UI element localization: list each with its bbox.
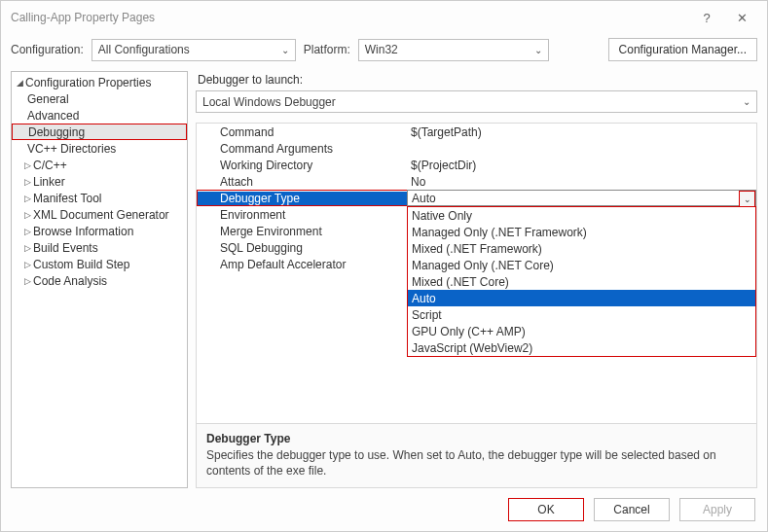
tree-item-label: Linker	[33, 175, 65, 189]
tree-item[interactable]: ▷Browse Information	[12, 223, 187, 239]
platform-value: Win32	[365, 43, 398, 56]
configuration-combo[interactable]: All Configurations ⌄	[91, 39, 296, 61]
description-title: Debugger Type	[206, 432, 747, 445]
debugger-to-launch-combo[interactable]: Local Windows Debugger ⌄	[196, 90, 757, 113]
titlebar: Calling-App Property Pages ? ✕	[1, 1, 767, 34]
tree-item[interactable]: ▷XML Document Generator	[12, 206, 187, 223]
tri-right-icon: ▷	[21, 276, 33, 286]
tree-item[interactable]: ▷Linker	[12, 173, 187, 190]
tree-item-label: Debugging	[28, 125, 85, 139]
property-value-combo[interactable]: Auto⌄	[407, 190, 756, 206]
property-value: No	[407, 175, 756, 189]
dropdown-item[interactable]: Native Only	[408, 207, 755, 224]
tree-item[interactable]: ▷Custom Build Step	[12, 256, 187, 272]
tri-down-icon: ◢	[14, 78, 25, 88]
dropdown-item[interactable]: Mixed (.NET Framework)	[408, 240, 755, 257]
property-name: Attach	[197, 175, 407, 189]
configuration-manager-button[interactable]: Configuration Manager...	[608, 38, 757, 61]
tree-item[interactable]: VC++ Directories	[12, 140, 187, 157]
tree-item[interactable]: Debugging	[12, 124, 187, 140]
tri-right-icon: ▷	[21, 243, 33, 253]
tree-item[interactable]: ▷Build Events	[12, 239, 187, 256]
apply-button[interactable]: Apply	[679, 498, 755, 521]
tri-right-icon: ▷	[21, 177, 33, 187]
tri-right-icon: ▷	[21, 160, 33, 170]
tree-item-label: General	[27, 92, 69, 106]
tree-item-label: C/C++	[33, 159, 67, 172]
property-pages-window: Calling-App Property Pages ? ✕ Configura…	[0, 0, 768, 532]
platform-label: Platform:	[304, 43, 350, 56]
tree-item-label: Build Events	[33, 241, 98, 255]
property-name: Merge Environment	[197, 225, 407, 238]
debugger-to-launch-label: Debugger to launch:	[198, 73, 757, 87]
property-name: Command Arguments	[197, 142, 407, 156]
tri-right-icon: ▷	[21, 260, 33, 269]
tree-item[interactable]: Advanced	[12, 107, 187, 124]
dropdown-item[interactable]: Managed Only (.NET Framework)	[408, 224, 755, 240]
dropdown-item[interactable]: GPU Only (C++ AMP)	[408, 323, 755, 339]
property-name: Working Directory	[197, 159, 407, 172]
tree-item-label: Browse Information	[33, 225, 133, 238]
property-name: Debugger Type	[197, 192, 407, 205]
tree-item-label: Advanced	[27, 109, 79, 123]
configuration-label: Configuration:	[11, 43, 84, 56]
help-icon[interactable]: ?	[689, 1, 724, 34]
tree-item[interactable]: General	[12, 90, 187, 107]
property-name: Environment	[197, 208, 407, 222]
ok-button[interactable]: OK	[508, 498, 584, 521]
tree-item[interactable]: ▷C/C++	[12, 157, 187, 173]
property-row[interactable]: Command$(TargetPath)	[197, 124, 756, 140]
properties-tree[interactable]: ◢ Configuration Properties GeneralAdvanc…	[11, 71, 188, 488]
tree-item-label: Manifest Tool	[33, 192, 101, 205]
configuration-value: All Configurations	[98, 43, 190, 56]
description-panel: Debugger Type Specifies the debugger typ…	[197, 423, 756, 487]
config-toolbar: Configuration: All Configurations ⌄ Plat…	[1, 34, 767, 69]
tree-item-label: VC++ Directories	[27, 142, 116, 156]
tree-item[interactable]: ▷Manifest Tool	[12, 190, 187, 206]
tree-item-label: Custom Build Step	[33, 258, 129, 271]
tri-right-icon: ▷	[21, 227, 33, 236]
dropdown-item[interactable]: JavaScript (WebView2)	[408, 339, 755, 356]
chevron-down-icon: ⌄	[743, 96, 750, 107]
property-row[interactable]: Command Arguments	[197, 140, 756, 157]
tri-right-icon: ▷	[21, 210, 33, 220]
property-name: Amp Default Accelerator	[197, 258, 407, 271]
dialog-footer: OK Cancel Apply	[1, 488, 767, 531]
description-text: Specifies the debugger type to use. When…	[206, 447, 747, 479]
property-value: $(TargetPath)	[407, 125, 756, 139]
property-row[interactable]: Debugger TypeAuto⌄	[197, 190, 756, 206]
dropdown-button[interactable]: ⌄	[739, 191, 755, 207]
tri-right-icon: ▷	[21, 194, 33, 203]
tree-root[interactable]: ◢ Configuration Properties	[12, 74, 187, 90]
property-name: Command	[197, 125, 407, 139]
chevron-down-icon: ⌄	[281, 45, 289, 55]
property-name: SQL Debugging	[197, 241, 407, 255]
window-title: Calling-App Property Pages	[11, 11, 155, 24]
debugger-type-dropdown[interactable]: Native OnlyManaged Only (.NET Framework)…	[407, 206, 756, 357]
dropdown-item[interactable]: Script	[408, 306, 755, 323]
dropdown-item[interactable]: Auto	[408, 290, 755, 306]
dropdown-item[interactable]: Managed Only (.NET Core)	[408, 257, 755, 273]
tree-item[interactable]: ▷Code Analysis	[12, 272, 187, 289]
tree-item-label: XML Document Generator	[33, 208, 169, 222]
property-value: $(ProjectDir)	[407, 159, 756, 172]
dropdown-item[interactable]: Mixed (.NET Core)	[408, 273, 755, 290]
property-row[interactable]: Working Directory$(ProjectDir)	[197, 157, 756, 173]
property-grid: Command$(TargetPath)Command ArgumentsWor…	[196, 123, 757, 488]
cancel-button[interactable]: Cancel	[594, 498, 670, 521]
close-icon[interactable]: ✕	[724, 1, 759, 34]
debugger-to-launch-value: Local Windows Debugger	[202, 95, 336, 109]
chevron-down-icon: ⌄	[534, 45, 542, 55]
property-row[interactable]: AttachNo	[197, 173, 756, 190]
tree-item-label: Code Analysis	[33, 274, 107, 288]
platform-combo[interactable]: Win32 ⌄	[358, 39, 549, 61]
